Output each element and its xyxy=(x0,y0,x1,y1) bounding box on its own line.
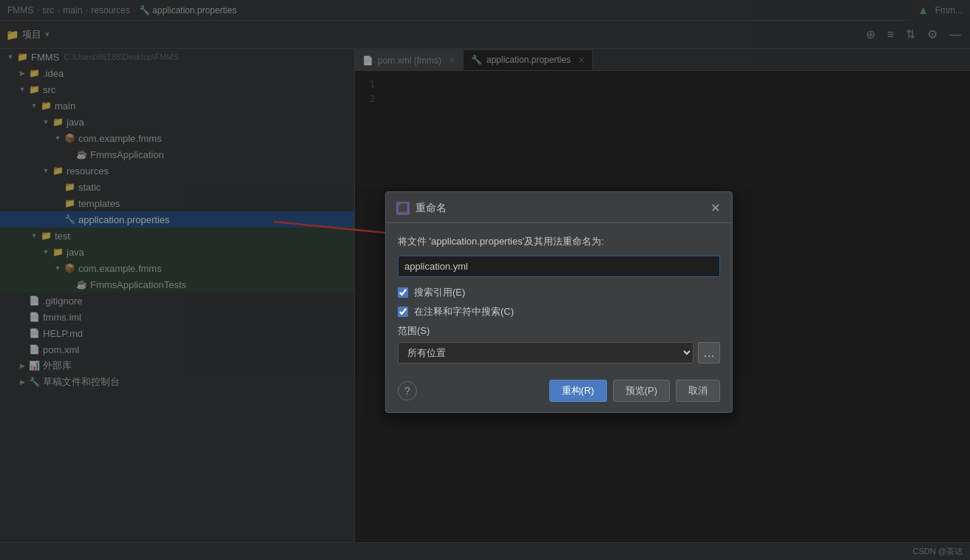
checkbox-row-2: 在注释和字符中搜索(C) xyxy=(398,305,720,318)
help-button[interactable]: ? xyxy=(398,381,417,400)
search-comments-label[interactable]: 在注释和字符中搜索(C) xyxy=(414,305,514,318)
search-references-label[interactable]: 搜索引用(E) xyxy=(414,286,465,299)
dialog-overlay: ⬛ 重命名 ✕ 将文件 'application.properties'及其用法… xyxy=(0,0,970,560)
dialog-description: 将文件 'application.properties'及其用法重命名为: xyxy=(398,235,720,248)
rename-input[interactable] xyxy=(398,256,720,277)
preview-button[interactable]: 预览(P) xyxy=(613,380,670,402)
dialog-title-text: 重命名 xyxy=(416,202,447,215)
footer-actions: 重构(R) 预览(P) 取消 xyxy=(549,380,720,402)
dialog-footer: ? 重构(R) 预览(P) 取消 xyxy=(386,372,732,412)
dialog-title-icon: ⬛ xyxy=(396,202,410,215)
dialog-body: 将文件 'application.properties'及其用法重命名为: 搜索… xyxy=(386,223,732,372)
search-references-checkbox[interactable] xyxy=(398,287,408,298)
cancel-button[interactable]: 取消 xyxy=(676,380,720,402)
search-comments-checkbox[interactable] xyxy=(398,307,408,317)
scope-row: 所有位置 项目文件 模块文件 … xyxy=(398,342,720,363)
checkbox-row-1: 搜索引用(E) xyxy=(398,286,720,299)
refactor-button[interactable]: 重构(R) xyxy=(549,380,607,402)
dialog-title: ⬛ 重命名 xyxy=(396,202,447,215)
dialog-close-button[interactable]: ✕ xyxy=(709,199,722,216)
scope-label: 范围(S) xyxy=(398,324,720,338)
dialog-titlebar: ⬛ 重命名 ✕ xyxy=(386,192,732,223)
scope-more-btn[interactable]: … xyxy=(698,342,720,363)
rename-dialog: ⬛ 重命名 ✕ 将文件 'application.properties'及其用法… xyxy=(385,191,733,413)
scope-select[interactable]: 所有位置 项目文件 模块文件 xyxy=(398,342,693,363)
